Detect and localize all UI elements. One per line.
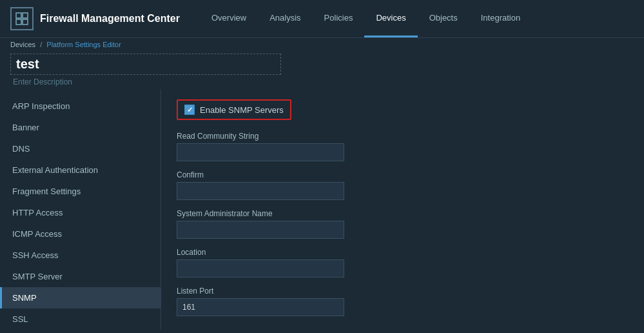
- nav-integration[interactable]: Integration: [469, 0, 532, 37]
- content-panel: ✓ Enable SNMP Servers Read Community Str…: [161, 89, 644, 330]
- main-content: ARP Inspection Banner DNS External Authe…: [0, 89, 644, 330]
- confirm-input[interactable]: [177, 182, 344, 200]
- location-group: Location: [177, 248, 629, 278]
- nav-devices[interactable]: Devices: [364, 0, 417, 37]
- confirm-label: Confirm: [177, 170, 629, 179]
- read-community-string-group: Read Community String: [177, 132, 629, 161]
- sidebar-item-external-auth[interactable]: External Authentication: [0, 159, 161, 181]
- policy-name-input[interactable]: [10, 54, 281, 75]
- sys-admin-name-input[interactable]: [177, 221, 344, 239]
- breadcrumb-current: Platform Settings Editor: [46, 41, 121, 48]
- sidebar-item-ssh-access[interactable]: SSH Access: [0, 245, 161, 266]
- svg-rect-0: [16, 13, 21, 18]
- enable-snmp-checkbox[interactable]: ✓: [184, 105, 195, 115]
- description-placeholder: Enter Description: [10, 77, 634, 86]
- top-nav-bar: Firewall Management Center Overview Anal…: [0, 0, 644, 38]
- sidebar-item-http-access[interactable]: HTTP Access: [0, 202, 161, 223]
- sidebar-item-banner[interactable]: Banner: [0, 117, 161, 138]
- read-community-string-input[interactable]: [177, 143, 344, 161]
- main-nav: Overview Analysis Policies Devices Objec…: [200, 0, 644, 37]
- svg-rect-2: [16, 19, 21, 25]
- sidebar: ARP Inspection Banner DNS External Authe…: [0, 89, 161, 330]
- sidebar-item-fragment-settings[interactable]: Fragment Settings: [0, 181, 161, 202]
- sidebar-item-dns[interactable]: DNS: [0, 138, 161, 159]
- breadcrumb: Devices / Platform Settings Editor: [0, 38, 644, 48]
- breadcrumb-parent[interactable]: Devices: [10, 41, 35, 48]
- nav-overview[interactable]: Overview: [200, 0, 258, 37]
- app-title: Firewall Management Center: [40, 13, 180, 25]
- listen-port-label: Listen Port: [177, 287, 629, 296]
- sys-admin-name-label: System Administrator Name: [177, 209, 629, 218]
- listen-port-input[interactable]: [177, 298, 344, 316]
- nav-objects[interactable]: Objects: [418, 0, 469, 37]
- breadcrumb-separator: /: [40, 41, 42, 48]
- svg-rect-3: [23, 19, 28, 25]
- enable-snmp-label: Enable SNMP Servers: [200, 105, 284, 115]
- sys-admin-name-group: System Administrator Name: [177, 209, 629, 239]
- nav-policies[interactable]: Policies: [313, 0, 365, 37]
- checkbox-checkmark: ✓: [187, 106, 193, 114]
- sidebar-item-ssl[interactable]: SSL: [0, 308, 161, 330]
- read-community-string-label: Read Community String: [177, 132, 629, 141]
- sidebar-item-snmp[interactable]: SNMP: [0, 287, 161, 308]
- sidebar-item-arp-inspection[interactable]: ARP Inspection: [0, 96, 161, 117]
- logo-section: Firewall Management Center: [0, 7, 200, 30]
- listen-port-group: Listen Port: [177, 287, 629, 316]
- nav-analysis[interactable]: Analysis: [258, 0, 312, 37]
- location-input[interactable]: [177, 259, 344, 278]
- sidebar-item-smtp-server[interactable]: SMTP Server: [0, 266, 161, 287]
- sidebar-item-icmp-access[interactable]: ICMP Access: [0, 223, 161, 245]
- svg-rect-1: [23, 13, 28, 18]
- app-logo-icon: [10, 7, 34, 30]
- enable-snmp-row[interactable]: ✓ Enable SNMP Servers: [177, 99, 291, 120]
- location-label: Location: [177, 248, 629, 257]
- confirm-group: Confirm: [177, 170, 629, 200]
- page-header: Enter Description: [0, 48, 644, 89]
